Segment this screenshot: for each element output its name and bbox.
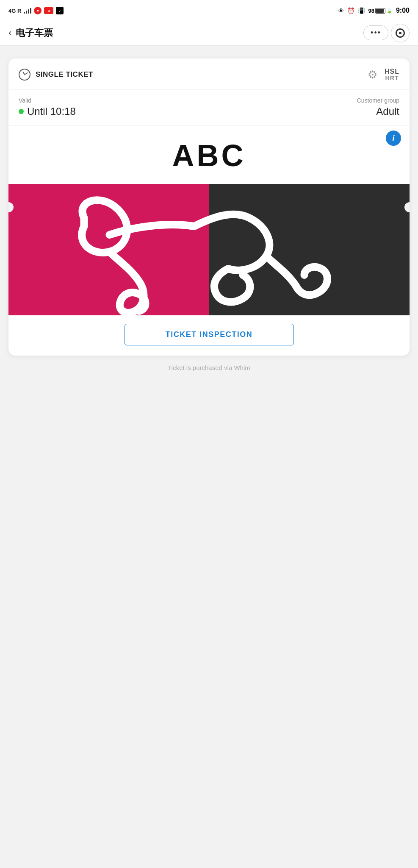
valid-time: Until 10:18: [19, 106, 76, 117]
eye-icon: 👁: [338, 7, 344, 14]
back-button[interactable]: ‹: [8, 28, 11, 39]
hsl-banner: [8, 184, 410, 315]
scan-dot: [399, 32, 401, 34]
bar3: [28, 9, 29, 14]
hrt-label: HRT: [385, 75, 399, 81]
alarm-icon: ⏰: [347, 7, 354, 14]
clock-time: 9:00: [396, 7, 410, 14]
nav-bar: ‹ 电子车票 •••: [0, 20, 418, 46]
valid-block: Valid Until 10:18: [19, 97, 76, 117]
signal-bars: [24, 8, 31, 14]
status-right: 👁 ⏰ 📳 98 🍃 9:00: [338, 7, 410, 14]
app-icon-tiktok: ♪: [56, 7, 64, 14]
hsl-logo: ⚙ HSL HRT: [368, 67, 400, 82]
info-icon: i: [392, 134, 394, 143]
status-bar: 4G R ● B ♪ 👁 ⏰ 📳 98 🍃 9:00: [0, 0, 418, 20]
ticket-type-label: SINGLE TICKET: [36, 70, 93, 79]
page-title: 电子车票: [16, 27, 53, 39]
clock-hand-minute: [25, 72, 28, 75]
code-section: i ABC: [8, 125, 410, 184]
leaf-icon: 🍃: [386, 8, 393, 14]
bar4: [30, 8, 31, 14]
signal-label: 4G R: [8, 8, 21, 14]
validity-section: Valid Until 10:18 Customer group Adult: [8, 89, 410, 125]
app-icon-bilibili: B: [44, 7, 53, 14]
customer-block: Customer group Adult: [357, 97, 399, 117]
battery-body: [375, 8, 385, 14]
status-left: 4G R ● B ♪: [8, 7, 64, 14]
clock-icon: [19, 69, 30, 81]
valid-label: Valid: [19, 97, 76, 104]
bar2: [26, 11, 27, 14]
hsl-text: HSL HRT: [385, 68, 399, 82]
ticket-card: SINGLE TICKET ⚙ HSL HRT Valid Until 10:1…: [8, 58, 410, 356]
hsl-divider: [381, 67, 382, 82]
battery-indicator: 98 🍃: [368, 8, 393, 14]
hsl-label: HSL: [385, 68, 399, 75]
valid-value: Until 10:18: [27, 106, 76, 117]
ticket-code: ABC: [19, 130, 399, 177]
vibrate-icon: 📳: [358, 7, 365, 14]
inspection-section: TICKET INSPECTION: [8, 315, 410, 356]
ticket-type: SINGLE TICKET: [19, 69, 93, 81]
customer-group-label: Customer group: [357, 97, 399, 104]
info-button[interactable]: i: [386, 131, 401, 146]
valid-indicator-dot: [19, 109, 24, 114]
footer-text: Ticket is purchased via Whim: [8, 356, 410, 380]
hsl-graphic: [8, 184, 410, 315]
ticket-inspection-button[interactable]: TICKET INSPECTION: [125, 324, 294, 345]
ticket-header: SINGLE TICKET ⚙ HSL HRT: [8, 58, 410, 89]
nav-right: •••: [363, 24, 410, 42]
bar1: [24, 12, 25, 14]
main-content: SINGLE TICKET ⚙ HSL HRT Valid Until 10:1…: [0, 46, 418, 392]
hsl-logo-svg: [8, 184, 410, 315]
battery-fill: [376, 9, 384, 13]
hsl-gear-icon: ⚙: [368, 68, 377, 81]
scan-icon: [396, 28, 405, 38]
scan-button[interactable]: [391, 24, 410, 42]
battery-percent: 98: [368, 8, 374, 14]
customer-group-value: Adult: [376, 106, 399, 117]
app-icon-red-circle: ●: [34, 7, 42, 14]
nav-left: ‹ 电子车票: [8, 27, 53, 39]
more-options-button[interactable]: •••: [363, 25, 388, 40]
